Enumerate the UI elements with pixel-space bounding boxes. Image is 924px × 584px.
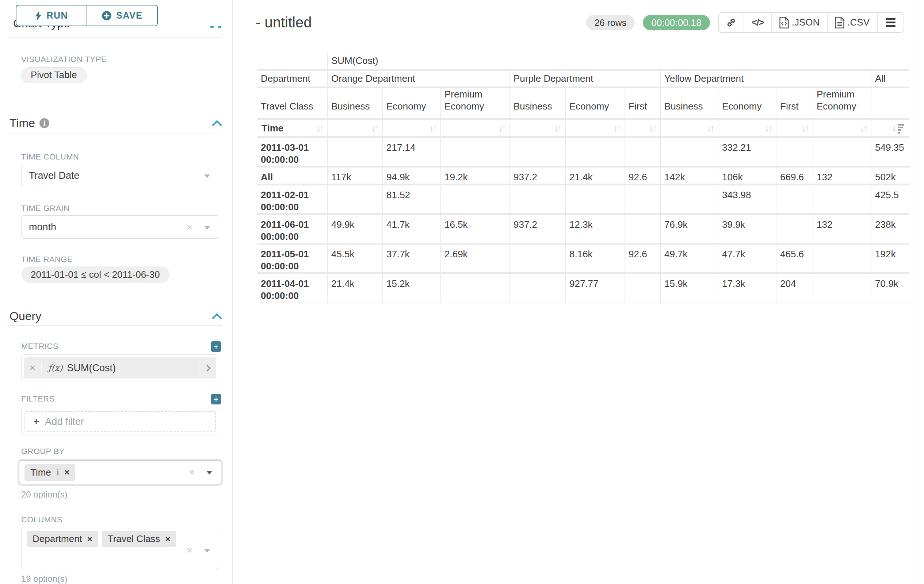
panel-top: Chart Type RUN SAVE xyxy=(0,0,232,32)
time-dim-label: Time xyxy=(261,123,284,134)
time-grain-select[interactable]: month × xyxy=(21,216,219,239)
clear-icon[interactable]: × xyxy=(186,545,193,556)
columns-label: COLUMNS xyxy=(21,515,232,525)
cell: 47.7k xyxy=(718,244,776,273)
class-header: First xyxy=(776,87,813,119)
sort-icon[interactable] xyxy=(765,123,772,134)
department-group: Orange Department xyxy=(328,70,510,87)
sort-row: Time ↓ xyxy=(257,119,909,137)
columns-tag: Travel Class × xyxy=(102,531,177,547)
sort-icon[interactable] xyxy=(613,123,620,134)
sort-icon[interactable] xyxy=(316,123,323,134)
cell xyxy=(566,185,625,214)
clear-icon[interactable]: × xyxy=(186,222,193,233)
time-sort-header[interactable]: Time xyxy=(257,119,328,137)
sort-icon[interactable] xyxy=(707,123,714,134)
share-link-button[interactable] xyxy=(719,13,744,32)
plus-icon: + xyxy=(33,416,39,428)
link-icon xyxy=(726,18,736,28)
cell xyxy=(441,273,510,303)
cell xyxy=(813,244,871,273)
sort-header[interactable] xyxy=(718,119,776,137)
clear-icon[interactable]: × xyxy=(189,466,195,478)
view-query-button[interactable]: </> xyxy=(744,13,772,32)
query-section-title: Query xyxy=(10,309,41,323)
save-button[interactable]: SAVE xyxy=(87,5,157,26)
scrollbar-track[interactable] xyxy=(919,0,919,584)
time-section-header: Time i xyxy=(10,116,222,130)
chart-panel: - untitled 26 rows 00:00:00.18 </> .JSON xyxy=(240,0,920,584)
cell: 21.4k xyxy=(328,273,383,303)
sort-icon[interactable] xyxy=(554,123,561,134)
sort-header[interactable] xyxy=(625,119,661,137)
cell: 332.21 xyxy=(718,137,776,167)
sort-header[interactable] xyxy=(383,119,441,137)
sort-header[interactable] xyxy=(510,119,566,137)
table-row: 2011-04-01 00:00:00 21.4k 15.2k 927.77 1… xyxy=(257,273,909,303)
cell: 21.4k xyxy=(566,167,625,185)
cell: 16.5k xyxy=(441,214,510,244)
class-header: Premium Economy xyxy=(813,87,871,119)
add-filter-dropzone[interactable]: + Add filter xyxy=(25,411,216,432)
run-button[interactable]: RUN xyxy=(16,5,87,26)
sort-descending-icon[interactable]: ↓ xyxy=(892,123,905,133)
remove-tag-icon[interactable]: × xyxy=(64,467,69,477)
export-csv-button[interactable]: .CSV xyxy=(828,13,878,32)
hamburger-icon xyxy=(886,18,896,27)
visualization-type-value[interactable]: Pivot Table xyxy=(21,67,87,83)
sort-header[interactable] xyxy=(661,119,718,137)
metric-item[interactable]: × ƒ(x) SUM(Cost) xyxy=(24,357,216,378)
add-filter-placeholder: Add filter xyxy=(45,416,84,428)
divider xyxy=(7,325,222,326)
chevron-up-icon[interactable] xyxy=(212,313,222,319)
sort-header-active[interactable]: ↓ xyxy=(871,119,909,137)
remove-tag-icon[interactable]: × xyxy=(165,534,170,544)
cell: 425.5 xyxy=(871,185,909,214)
sort-icon[interactable] xyxy=(371,123,378,134)
cell: 92.6 xyxy=(625,244,661,273)
add-filter-button[interactable]: + xyxy=(211,394,221,405)
department-group: Yellow Department xyxy=(661,70,871,87)
export-json-button[interactable]: .JSON xyxy=(772,13,828,32)
remove-tag-icon[interactable]: × xyxy=(87,534,92,544)
chart-title[interactable]: - untitled xyxy=(256,14,312,31)
time-column-select[interactable]: Travel Date xyxy=(21,164,219,187)
time-column-label: TIME COLUMN xyxy=(21,152,232,162)
query-timer-badge: 00:00:00.18 xyxy=(643,15,710,30)
sort-header[interactable] xyxy=(813,119,871,137)
expand-metric-button[interactable] xyxy=(199,357,216,378)
sort-header[interactable] xyxy=(776,119,813,137)
add-metric-button[interactable]: + xyxy=(211,341,221,352)
time-range-value[interactable]: 2011-01-01 ≤ col < 2011-06-30 xyxy=(21,267,170,283)
cell: 17.3k xyxy=(718,273,776,303)
table-row: 2011-02-01 00:00:00 81.52 343.98 425.5 xyxy=(257,185,909,214)
sort-icon[interactable] xyxy=(860,123,867,134)
info-icon: i xyxy=(40,118,49,128)
sort-header[interactable] xyxy=(441,119,510,137)
columns-tags: Department × Travel Class × xyxy=(26,531,214,547)
control-panel: Chart Type RUN SAVE VISUALIZATION TYPE P… xyxy=(0,0,233,584)
divider xyxy=(7,133,222,134)
cell: 238k xyxy=(871,214,909,244)
columns-select[interactable]: Department × Travel Class × × xyxy=(21,527,219,569)
sort-icon[interactable] xyxy=(429,123,436,134)
cell xyxy=(661,185,718,214)
cell xyxy=(625,214,661,244)
info-icon: i xyxy=(56,467,59,477)
sort-icon[interactable] xyxy=(649,123,656,134)
sort-header[interactable] xyxy=(566,119,625,137)
time-grain-label: TIME GRAIN xyxy=(21,204,232,213)
sort-header[interactable] xyxy=(328,119,383,137)
remove-metric-icon[interactable]: × xyxy=(24,362,42,374)
chevron-up-icon[interactable] xyxy=(212,120,222,126)
more-options-button[interactable] xyxy=(878,13,904,32)
caret-down-icon xyxy=(206,471,212,474)
columns-options-hint: 19 option(s) xyxy=(21,574,232,584)
department-group: Purple Department xyxy=(510,70,661,87)
table-row: 2011-06-01 00:00:00 49.9k 41.7k 16.5k 93… xyxy=(257,214,909,244)
cell xyxy=(441,137,510,167)
metrics-row: METRICS + xyxy=(21,341,221,352)
sort-icon[interactable] xyxy=(498,123,505,134)
group-by-select[interactable]: Time i × × xyxy=(19,460,221,484)
sort-icon[interactable] xyxy=(801,123,808,134)
